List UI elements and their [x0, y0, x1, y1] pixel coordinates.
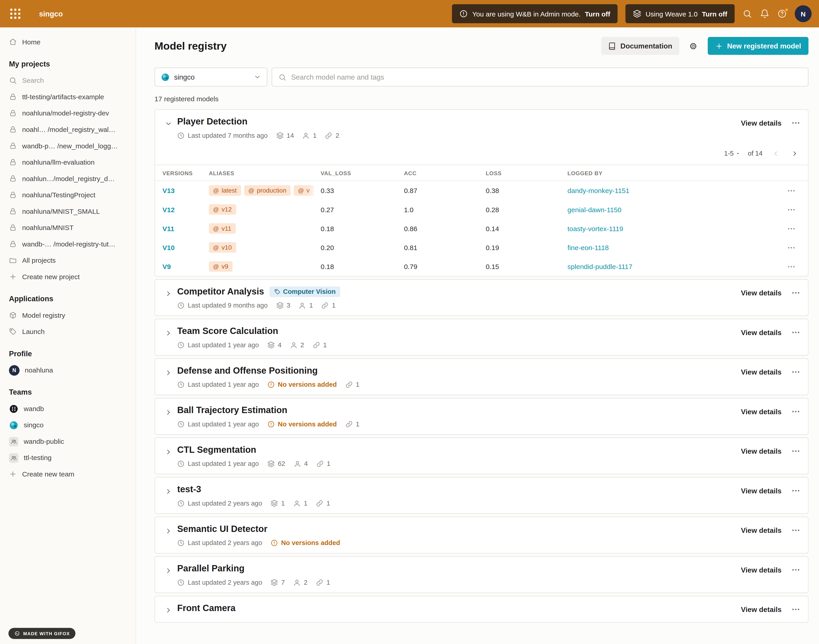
model-title[interactable]: Defense and Offense Positioning — [177, 366, 318, 376]
page-size-dropdown[interactable]: 1-5 — [724, 150, 741, 157]
sidebar-team-singco[interactable]: singco — [0, 417, 135, 433]
expand-chevron[interactable] — [162, 604, 174, 616]
more-menu-icon[interactable] — [791, 565, 801, 575]
user-avatar[interactable]: N — [795, 5, 811, 22]
view-details-button[interactable]: View details — [741, 606, 782, 613]
version-link[interactable]: V9 — [162, 262, 209, 270]
launch-tag-icon — [9, 328, 17, 336]
team-selector[interactable]: singco — [155, 67, 268, 87]
expand-chevron[interactable] — [162, 564, 174, 576]
model-title[interactable]: Parallel Parking — [177, 563, 245, 574]
model-title[interactable]: Semantic UI Detector — [177, 524, 267, 535]
view-details-button[interactable]: View details — [741, 289, 782, 297]
sidebar-item-home[interactable]: Home — [0, 34, 135, 50]
view-details-button[interactable]: View details — [741, 566, 782, 574]
model-title[interactable]: Team Score Calculation — [177, 326, 278, 337]
model-title[interactable]: Ball Trajectory Estimation — [177, 405, 287, 416]
settings-button[interactable] — [684, 37, 703, 55]
sidebar-project-item[interactable]: noahluna/MNIST — [0, 219, 135, 236]
expand-chevron[interactable] — [162, 486, 174, 497]
view-details-button[interactable]: View details — [741, 447, 782, 455]
model-title[interactable]: Player Detection — [177, 117, 248, 127]
sidebar-project-item[interactable]: noahlun…/model_registry_d… — [0, 170, 135, 187]
view-details-button[interactable]: View details — [741, 119, 782, 127]
sidebar-project-item[interactable]: wandb-p… /new_model_logg… — [0, 138, 135, 154]
model-title[interactable]: CTL Segmentation — [177, 445, 256, 455]
more-menu-icon[interactable] — [791, 288, 801, 297]
more-menu-icon[interactable] — [791, 328, 801, 337]
sidebar-search[interactable] — [0, 72, 135, 89]
sidebar-project-item[interactable]: noahl… /model_registry_wal… — [0, 121, 135, 138]
model-title[interactable]: Competitor Analysis — [177, 287, 264, 297]
more-menu-icon[interactable] — [791, 446, 801, 456]
sidebar-item-profile[interactable]: N noahluna — [0, 362, 135, 379]
sidebar-item-all-projects[interactable]: All projects — [0, 252, 135, 269]
sidebar-team-ttl-testing[interactable]: ttl-testing — [0, 449, 135, 466]
model-search-input[interactable] — [291, 73, 802, 81]
view-details-button[interactable]: View details — [741, 368, 782, 376]
sidebar-team-wandb[interactable]: wandb — [0, 400, 135, 417]
version-link[interactable]: V10 — [162, 244, 209, 251]
run-link[interactable]: dandy-monkey-1151 — [568, 187, 787, 195]
view-details-button[interactable]: View details — [741, 487, 782, 495]
wandb-logo-icon[interactable] — [8, 6, 23, 21]
layers-icon — [276, 132, 283, 140]
run-link[interactable]: genial-dawn-1150 — [568, 205, 787, 213]
documentation-button[interactable]: Documentation — [602, 37, 679, 55]
expand-chevron[interactable] — [162, 287, 174, 299]
row-menu-icon[interactable] — [787, 224, 808, 233]
view-details-button[interactable]: View details — [741, 328, 782, 336]
run-link[interactable]: splendid-puddle-1117 — [568, 262, 787, 270]
expand-chevron[interactable] — [162, 406, 174, 418]
version-link[interactable]: V13 — [162, 187, 209, 195]
sidebar-project-item[interactable]: noahluna/TestingProject — [0, 187, 135, 203]
row-menu-icon[interactable] — [787, 262, 808, 271]
expand-chevron[interactable] — [162, 366, 174, 378]
sidebar-search-input[interactable] — [22, 77, 126, 84]
more-menu-icon[interactable] — [791, 605, 801, 614]
expand-chevron[interactable] — [162, 525, 174, 537]
model-title[interactable]: test-3 — [177, 485, 201, 495]
sidebar-item-create-project[interactable]: Create new project — [0, 268, 135, 285]
version-link[interactable]: V11 — [162, 225, 209, 233]
weave-turn-off-button[interactable]: Turn off — [702, 10, 727, 18]
sidebar-item-create-team[interactable]: Create new team — [0, 466, 135, 482]
view-details-button[interactable]: View details — [741, 408, 782, 416]
admin-mode-banner: You are using W&B in Admin mode. Turn of… — [452, 4, 618, 23]
expand-chevron[interactable] — [162, 327, 174, 339]
admin-turn-off-button[interactable]: Turn off — [585, 10, 610, 18]
run-link[interactable]: toasty-vortex-1119 — [568, 225, 787, 233]
search-icon[interactable] — [742, 9, 752, 18]
row-menu-icon[interactable] — [787, 243, 808, 252]
row-menu-icon[interactable] — [787, 186, 808, 195]
model-title[interactable]: Front Camera — [177, 603, 236, 614]
new-registered-model-button[interactable]: New registered model — [708, 37, 808, 55]
sidebar-project-item[interactable]: noahluna/model-registry-dev — [0, 105, 135, 121]
version-link[interactable]: V12 — [162, 205, 209, 213]
run-link[interactable]: fine-eon-1118 — [568, 244, 787, 251]
sidebar-project-item[interactable]: ttl-testing/artifacts-example — [0, 89, 135, 105]
sidebar-item-launch[interactable]: Launch — [0, 324, 135, 340]
prev-page-button[interactable] — [770, 148, 781, 159]
more-menu-icon[interactable] — [791, 407, 801, 416]
sidebar-project-item[interactable]: wandb-… /model-registry-tut… — [0, 236, 135, 252]
sidebar-item-model-registry[interactable]: Model registry — [0, 307, 135, 324]
more-menu-icon[interactable] — [791, 367, 801, 377]
next-page-button[interactable] — [789, 148, 801, 159]
row-menu-icon[interactable] — [787, 205, 808, 214]
team-label: wandb-public — [24, 437, 64, 445]
collapse-chevron[interactable] — [162, 118, 174, 129]
expand-chevron[interactable] — [162, 446, 174, 457]
sidebar-project-item[interactable]: noahluna/llm-evaluation — [0, 154, 135, 170]
more-menu-icon[interactable] — [791, 486, 801, 495]
sidebar-team-wandb-public[interactable]: wandb-public — [0, 433, 135, 449]
sidebar-project-item[interactable]: noahluna/MNIST_SMALL — [0, 203, 135, 219]
help-icon[interactable] — [777, 9, 787, 18]
category-tag[interactable]: Computer Vision — [269, 287, 340, 297]
layers-icon — [276, 302, 283, 309]
view-details-button[interactable]: View details — [741, 526, 782, 534]
bell-icon[interactable] — [760, 9, 769, 18]
more-menu-icon[interactable] — [791, 526, 801, 535]
chevron-right-icon — [164, 606, 172, 614]
more-menu-icon[interactable] — [791, 118, 801, 127]
